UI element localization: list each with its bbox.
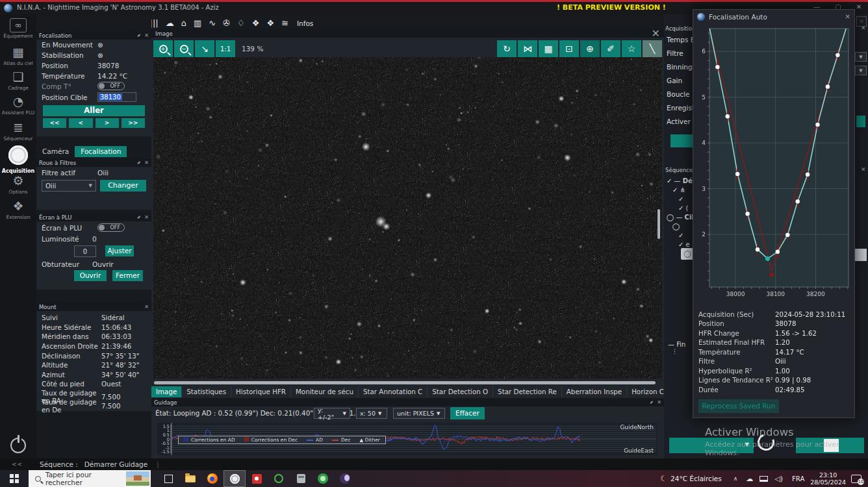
- sequence-item-button[interactable]: ◯: [681, 248, 694, 260]
- weather-icon[interactable]: ☁: [166, 17, 174, 30]
- focuser-step-button[interactable]: <<: [43, 118, 66, 128]
- taskbar-app-green-app[interactable]: [312, 470, 334, 487]
- taskbar-app-power-app[interactable]: [268, 470, 290, 487]
- close-icon[interactable]: ✕: [652, 27, 660, 40]
- network-icon[interactable]: [760, 476, 768, 482]
- y-scale-dropdown[interactable]: y: +/-2"▼: [314, 408, 350, 419]
- tab-statistiques[interactable]: Statistiques: [182, 386, 231, 397]
- reprocess-saved-run-button[interactable]: Reprocess Saved Run: [698, 399, 779, 413]
- temp-comp-toggle[interactable]: OFF: [97, 82, 125, 90]
- tab-star-annotation-c[interactable]: Star Annotation C: [359, 386, 428, 397]
- flat-panel-icon[interactable]: ▥: [194, 17, 201, 30]
- zoom-fit-button[interactable]: ↘: [195, 40, 214, 58]
- drag-handle-icon[interactable]: ⋮: [672, 349, 678, 354]
- platesolve-icon[interactable]: ⊡: [559, 40, 579, 58]
- close-icon[interactable]: ✕: [144, 304, 149, 310]
- plugin-a-icon[interactable]: ❖: [252, 17, 260, 30]
- taskbar-app-purple-app[interactable]: [334, 470, 356, 487]
- starfield-image[interactable]: [153, 57, 662, 379]
- filter-dropdown[interactable]: Oiii▼: [42, 180, 96, 192]
- taskbar-app-task-view[interactable]: [157, 470, 179, 487]
- sidebar-item-assistant-plu[interactable]: ◔Assistant PLU: [0, 94, 36, 116]
- start-button[interactable]: [0, 470, 29, 487]
- language-indicator[interactable]: FRA: [792, 475, 804, 482]
- scrollbar-thumb[interactable]: [855, 249, 867, 261]
- notification-icon[interactable]: 10: [851, 475, 862, 483]
- sidebar-item-acquisition[interactable]: Acquisition: [0, 145, 36, 174]
- open-shutter-button[interactable]: Ouvrir: [74, 270, 107, 281]
- brightness-input[interactable]: 0: [74, 245, 96, 257]
- taskbar-app-red-app[interactable]: [246, 470, 268, 487]
- close-icon[interactable]: ✕: [845, 13, 850, 20]
- focuser-step-button[interactable]: >>: [121, 118, 145, 128]
- close-icon[interactable]: ✕: [657, 399, 661, 405]
- horizontal-scrollbar[interactable]: [154, 381, 656, 384]
- infos-label[interactable]: Infos: [297, 19, 313, 27]
- pin-icon[interactable]: ✒: [648, 399, 655, 406]
- autofocus-dialog-titlebar[interactable]: Focalisation Auto ✕: [693, 10, 854, 23]
- focuser-step-button[interactable]: <: [69, 118, 92, 128]
- taskbar-app-firefox[interactable]: [201, 470, 223, 487]
- sidebar-item-s-quenceur[interactable]: ≣Séquenceur: [0, 119, 36, 142]
- close-shutter-button[interactable]: Fermer: [112, 270, 143, 281]
- close-icon[interactable]: ✕: [144, 32, 149, 38]
- dome-icon[interactable]: ⌂: [181, 17, 186, 30]
- taskbar-weather[interactable]: ☾ 24°C Éclaircies: [660, 474, 721, 483]
- adjust-button[interactable]: Ajuster: [105, 245, 134, 256]
- star-detect-icon[interactable]: ☆: [622, 40, 641, 58]
- focuser-step-button[interactable]: >: [96, 118, 119, 128]
- onedrive-icon[interactable]: ☁: [746, 475, 753, 483]
- target-position-input[interactable]: 38130: [97, 92, 136, 102]
- wand-icon[interactable]: ✐: [601, 40, 620, 58]
- move-button[interactable]: Aller: [43, 105, 145, 116]
- search-daily-image[interactable]: [126, 471, 149, 486]
- unit-dropdown[interactable]: unit: PIXELS▼: [393, 408, 445, 419]
- layers-icon[interactable]: ≋: [281, 17, 288, 30]
- sidebar-item-options[interactable]: ⚙Options: [0, 173, 36, 195]
- dropdown-fragment[interactable]: ▼: [855, 52, 867, 62]
- dropdown-fragment[interactable]: ▼: [855, 66, 867, 75]
- clear-graph-button[interactable]: Effacer: [450, 407, 485, 419]
- button-fragment[interactable]: [856, 116, 865, 127]
- safety-icon[interactable]: ♢: [237, 17, 245, 30]
- platesolve-icon[interactable]: ⁘: [856, 16, 867, 27]
- flat-panel-toggle[interactable]: OFF: [97, 223, 125, 232]
- volume-icon[interactable]: ◁): [774, 475, 783, 483]
- close-icon[interactable]: ✕: [144, 160, 149, 166]
- collapse-icon[interactable]: <<: [12, 461, 23, 468]
- taskbar-clock[interactable]: 23:1028/05/2024: [810, 471, 846, 486]
- bulb-icon[interactable]: ✇: [223, 17, 230, 30]
- sequence-start-split-button[interactable]: ▼: [669, 438, 754, 453]
- close-icon[interactable]: ✕: [144, 214, 149, 220]
- tab-image[interactable]: Image: [151, 386, 182, 397]
- power-icon[interactable]: [10, 438, 26, 453]
- hidden-icons-caret[interactable]: ∧: [734, 475, 738, 482]
- zoom-out-button[interactable]: −: [174, 40, 194, 58]
- sidebar-item-cadrage[interactable]: ❏Cadrage: [0, 69, 36, 91]
- zoom-one-to-one-button[interactable]: 1:1: [216, 40, 235, 58]
- change-filter-button[interactable]: Changer: [100, 180, 146, 192]
- flip-icon[interactable]: ⋈: [518, 40, 537, 58]
- taskbar-app-gray-app[interactable]: [290, 470, 312, 487]
- tab-moniteur-de-s-cu[interactable]: Moniteur de sécu: [291, 386, 359, 397]
- sidebar-item-extension[interactable]: ❖Extension: [0, 198, 36, 220]
- zoom-in-button[interactable]: +: [153, 40, 173, 58]
- taskbar-search[interactable]: Taper ici pour rechercher: [29, 470, 151, 487]
- tab-camera[interactable]: Caméra: [36, 146, 75, 157]
- tab-aberration-inspe[interactable]: Aberration Inspe: [562, 386, 627, 397]
- line-profile-icon[interactable]: ╲: [643, 40, 662, 58]
- pin-icon[interactable]: ✒: [135, 214, 142, 221]
- vertical-scrollbar-thumb[interactable]: [657, 209, 660, 239]
- graph-icon[interactable]: ∿: [209, 17, 216, 30]
- crosshair-icon[interactable]: ⊕: [580, 40, 600, 58]
- taskbar-app-explorer[interactable]: [179, 470, 201, 487]
- pin-icon[interactable]: ✒: [135, 32, 142, 39]
- sidebar-item-atlas-du-ciel[interactable]: ▦Atlas du ciel: [0, 44, 36, 66]
- pin-icon[interactable]: ✒: [135, 159, 142, 166]
- taskbar-app-nina[interactable]: [223, 470, 246, 487]
- x-scale-dropdown[interactable]: x: 50▼: [356, 408, 387, 419]
- tab-historique-hfr[interactable]: Historique HFR: [231, 386, 291, 397]
- grid-icon[interactable]: ▦: [539, 40, 558, 58]
- autostretch-icon[interactable]: ↻: [497, 40, 517, 58]
- tab-focuser[interactable]: Focalisation: [75, 146, 127, 157]
